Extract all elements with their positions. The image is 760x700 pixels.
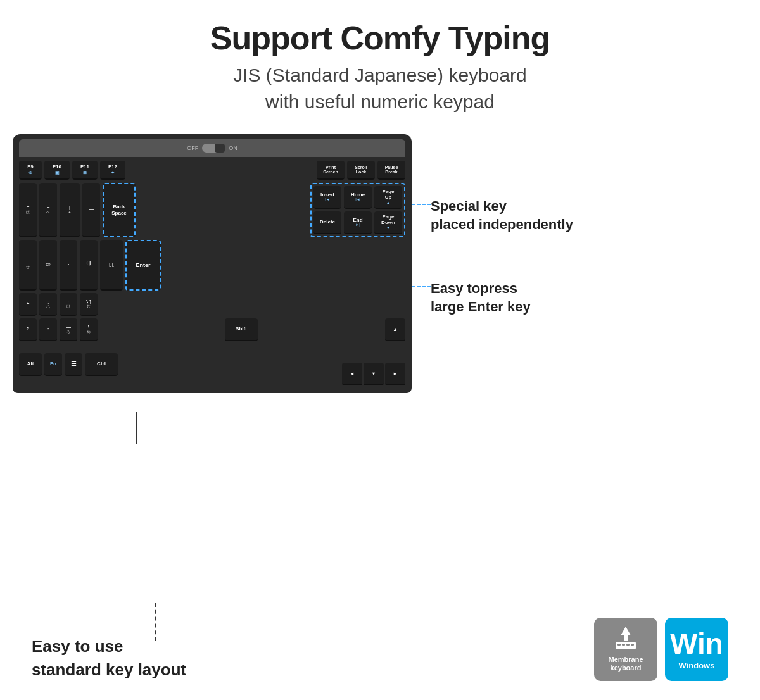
special-key-text: Special key placed independently — [431, 197, 573, 234]
badges-area: Membrane keyboard Win Windows — [594, 618, 728, 681]
key-arrow-right[interactable]: ► — [385, 363, 405, 385]
keyboard-top-bar: OFF ON — [19, 139, 405, 157]
standard-layout-annotation: Easy to use standard key layout — [32, 603, 186, 681]
svg-rect-2 — [618, 644, 621, 646]
middle-row: + ; れ : け } ] む — [19, 293, 405, 316]
key-pause-break[interactable]: PauseBreak — [377, 161, 405, 180]
svg-rect-3 — [622, 644, 625, 646]
number-row: = ほ ~ へ | ¥ — Back Space — [19, 183, 405, 237]
switch-knob — [215, 144, 225, 153]
membrane-icon — [613, 627, 638, 652]
key-dash[interactable]: — — [82, 183, 100, 237]
main-area: OFF ON F9 ⊙ F10 ▣ F11 — [0, 134, 760, 393]
ctrl-annotation-container — [136, 412, 137, 444]
key-close-brace[interactable]: } ] む — [80, 293, 98, 316]
annotations-panel: Special key placed independently Easy to… — [412, 134, 747, 393]
key-open-bracket[interactable]: [ [ — [100, 240, 123, 291]
keyboard: OFF ON F9 ⊙ F10 ▣ F11 — [13, 134, 412, 393]
windows-badge: Win Windows — [665, 618, 728, 681]
key-semicolon[interactable]: ; れ — [39, 293, 57, 316]
svg-rect-4 — [626, 644, 630, 646]
key-arrow-up[interactable]: ▲ — [385, 318, 405, 341]
key-delete[interactable]: Delete — [314, 211, 341, 234]
key-f9[interactable]: F9 ⊙ — [19, 161, 42, 180]
key-colon[interactable]: : け — [60, 293, 77, 316]
nav-row-2: Delete End ►| Page Down ▼ — [314, 211, 402, 234]
membrane-badge: Membrane keyboard — [594, 618, 657, 681]
key-print-screen[interactable]: PrintScreen — [317, 161, 345, 180]
main-title: Support Comfy Typing — [63, 19, 697, 57]
key-backtick[interactable]: ` せ — [19, 240, 37, 291]
standard-layout-text: Easy to use standard key layout — [32, 635, 186, 681]
key-backslash[interactable]: \ め — [80, 318, 98, 341]
key-page-up[interactable]: Page Up ▲ — [374, 186, 402, 209]
windows-badge-letter: Win — [670, 629, 723, 658]
enter-key-text: Easy topress large Enter key — [431, 280, 531, 316]
key-dot[interactable]: · — [39, 318, 57, 341]
membrane-badge-text: Membrane keyboard — [594, 656, 657, 672]
fkey-row: F9 ⊙ F10 ▣ F11 ⊞ F12 ✦ — [19, 161, 405, 180]
key-pipe[interactable]: | ¥ — [60, 183, 80, 237]
key-menu[interactable]: ☰ — [65, 353, 82, 376]
svg-rect-5 — [631, 644, 634, 646]
key-page-down[interactable]: Page Down ▼ — [374, 211, 402, 234]
key-shift-right[interactable]: Shift — [225, 318, 258, 341]
nav-row-1: Insert |◄ Home |◄ Page Up ▲ — [314, 186, 402, 209]
svg-marker-0 — [621, 627, 631, 641]
key-backspace[interactable]: Back Space — [103, 183, 136, 237]
key-fn[interactable]: Fn — [44, 353, 62, 376]
key-alt[interactable]: Alt — [19, 353, 42, 376]
nav-cluster: Insert |◄ Home |◄ Page Up ▲ — [310, 183, 405, 237]
bottom-row: Alt Fn ☰ Ctrl ◄ ▼ ► — [19, 344, 405, 385]
key-dot2[interactable]: · — [60, 240, 77, 291]
key-hyphen[interactable]: — ろ — [60, 318, 77, 341]
key-arrow-down[interactable]: ▼ — [364, 363, 384, 385]
subtitle: JIS (Standard Japanese) keyboard with us… — [63, 62, 697, 115]
keyboard-wrapper: OFF ON F9 ⊙ F10 ▣ F11 — [13, 134, 412, 393]
tab-row: ` せ @ · { [ 「 [ [ Enter — [19, 240, 405, 291]
key-plus[interactable]: + — [19, 293, 37, 316]
key-insert[interactable]: Insert |◄ — [314, 186, 341, 209]
bottom-area: Easy to use standard key layout Membrane… — [0, 603, 760, 681]
enter-key-annotation: Easy topress large Enter key — [431, 280, 531, 316]
key-f11[interactable]: F11 ⊞ — [72, 161, 98, 180]
switch-track[interactable] — [202, 144, 225, 153]
special-key-annotation: Special key placed independently — [431, 197, 573, 234]
switch-on-label: ON — [229, 145, 238, 151]
switch-off-label: OFF — [187, 145, 198, 151]
key-home[interactable]: Home |◄ — [344, 186, 372, 209]
bottom-letter-row: ? · — ろ \ め Shift — [19, 318, 405, 341]
header-section: Support Comfy Typing JIS (Standard Japan… — [0, 0, 760, 128]
key-open-brace[interactable]: { [ 「 — [80, 240, 98, 291]
key-scroll-lock[interactable]: ScrollLock — [347, 161, 375, 180]
key-end[interactable]: End ►| — [344, 211, 372, 234]
key-question[interactable]: ? — [19, 318, 37, 341]
windows-badge-text: Windows — [679, 661, 715, 670]
key-f10[interactable]: F10 ▣ — [44, 161, 70, 180]
power-switch-area: OFF ON — [187, 144, 238, 153]
key-arrow-left[interactable]: ◄ — [342, 363, 362, 385]
key-enter[interactable]: Enter — [125, 240, 161, 291]
key-f12[interactable]: F12 ✦ — [100, 161, 125, 180]
key-equals[interactable]: = ほ — [19, 183, 37, 237]
key-ctrl[interactable]: Ctrl — [85, 353, 118, 376]
key-tilde[interactable]: ~ へ — [39, 183, 57, 237]
key-at[interactable]: @ — [39, 240, 57, 291]
